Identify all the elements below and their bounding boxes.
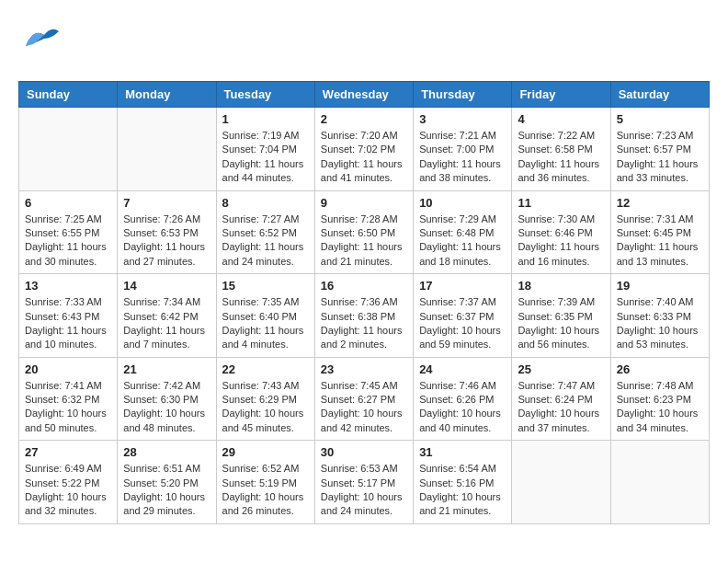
calendar-cell: 25Sunrise: 7:47 AM Sunset: 6:24 PM Dayli…: [512, 357, 610, 441]
cell-content: Sunrise: 7:25 AM Sunset: 6:55 PM Dayligh…: [25, 213, 111, 270]
weekday-header-saturday: Saturday: [610, 82, 709, 108]
calendar-cell: 2Sunrise: 7:20 AM Sunset: 7:02 PM Daylig…: [314, 108, 413, 191]
cell-content: Sunrise: 7:19 AM Sunset: 7:04 PM Dayligh…: [222, 129, 309, 186]
calendar-cell: 26Sunrise: 7:48 AM Sunset: 6:23 PM Dayli…: [610, 357, 709, 441]
calendar-cell: 19Sunrise: 7:40 AM Sunset: 6:33 PM Dayli…: [610, 274, 709, 358]
cell-content: Sunrise: 7:46 AM Sunset: 6:26 PM Dayligh…: [419, 379, 506, 436]
day-number: 2: [321, 112, 407, 126]
cell-content: Sunrise: 7:33 AM Sunset: 6:43 PM Dayligh…: [25, 295, 111, 352]
day-number: 28: [123, 445, 210, 459]
day-number: 3: [419, 112, 506, 126]
logo-icon: [18, 18, 63, 66]
cell-content: Sunrise: 7:30 AM Sunset: 6:46 PM Dayligh…: [518, 213, 604, 270]
cell-content: Sunrise: 7:48 AM Sunset: 6:23 PM Dayligh…: [617, 379, 703, 436]
calendar-cell: [512, 441, 610, 524]
cell-content: Sunrise: 6:54 AM Sunset: 5:16 PM Dayligh…: [419, 462, 506, 519]
day-number: 18: [518, 279, 604, 293]
calendar-cell: 23Sunrise: 7:45 AM Sunset: 6:27 PM Dayli…: [314, 357, 413, 441]
cell-content: Sunrise: 7:39 AM Sunset: 6:35 PM Dayligh…: [518, 295, 604, 352]
calendar-cell: 8Sunrise: 7:27 AM Sunset: 6:52 PM Daylig…: [216, 190, 314, 274]
cell-content: Sunrise: 7:31 AM Sunset: 6:45 PM Dayligh…: [617, 213, 703, 270]
calendar-cell: 31Sunrise: 6:54 AM Sunset: 5:16 PM Dayli…: [414, 441, 512, 524]
calendar-cell: 28Sunrise: 6:51 AM Sunset: 5:20 PM Dayli…: [118, 441, 216, 524]
calendar-cell: [610, 441, 709, 524]
calendar-week-2: 6Sunrise: 7:25 AM Sunset: 6:55 PM Daylig…: [19, 190, 710, 274]
weekday-header-sunday: Sunday: [19, 82, 118, 108]
cell-content: Sunrise: 6:49 AM Sunset: 5:22 PM Dayligh…: [25, 462, 111, 519]
cell-content: Sunrise: 7:20 AM Sunset: 7:02 PM Dayligh…: [321, 129, 407, 186]
weekday-header-tuesday: Tuesday: [216, 82, 314, 108]
cell-content: Sunrise: 7:29 AM Sunset: 6:48 PM Dayligh…: [419, 213, 506, 270]
cell-content: Sunrise: 7:35 AM Sunset: 6:40 PM Dayligh…: [222, 295, 309, 352]
weekday-header-thursday: Thursday: [414, 82, 512, 108]
calendar-cell: 30Sunrise: 6:53 AM Sunset: 5:17 PM Dayli…: [314, 441, 413, 524]
calendar-cell: 11Sunrise: 7:30 AM Sunset: 6:46 PM Dayli…: [512, 190, 610, 274]
calendar-week-5: 27Sunrise: 6:49 AM Sunset: 5:22 PM Dayli…: [19, 441, 710, 524]
calendar-week-3: 13Sunrise: 7:33 AM Sunset: 6:43 PM Dayli…: [19, 274, 710, 358]
day-number: 12: [617, 196, 703, 210]
calendar-cell: 27Sunrise: 6:49 AM Sunset: 5:22 PM Dayli…: [19, 441, 118, 524]
day-number: 13: [25, 279, 111, 293]
cell-content: Sunrise: 6:51 AM Sunset: 5:20 PM Dayligh…: [123, 462, 210, 519]
calendar-cell: [118, 108, 216, 191]
day-number: 10: [419, 196, 506, 210]
calendar-cell: 15Sunrise: 7:35 AM Sunset: 6:40 PM Dayli…: [216, 274, 314, 358]
day-number: 24: [419, 362, 506, 376]
cell-content: Sunrise: 7:36 AM Sunset: 6:38 PM Dayligh…: [321, 295, 407, 352]
day-number: 16: [321, 279, 407, 293]
calendar-cell: 20Sunrise: 7:41 AM Sunset: 6:32 PM Dayli…: [19, 357, 118, 441]
day-number: 27: [25, 445, 111, 459]
page-header: [18, 18, 710, 66]
day-number: 7: [123, 196, 210, 210]
day-number: 31: [419, 445, 506, 459]
calendar-cell: 12Sunrise: 7:31 AM Sunset: 6:45 PM Dayli…: [610, 190, 709, 274]
day-number: 30: [321, 445, 407, 459]
day-number: 14: [123, 279, 210, 293]
day-number: 29: [222, 445, 309, 459]
calendar-cell: 10Sunrise: 7:29 AM Sunset: 6:48 PM Dayli…: [414, 190, 512, 274]
cell-content: Sunrise: 7:28 AM Sunset: 6:50 PM Dayligh…: [321, 213, 407, 270]
day-number: 26: [617, 362, 703, 376]
cell-content: Sunrise: 7:43 AM Sunset: 6:29 PM Dayligh…: [222, 379, 309, 436]
weekday-header-monday: Monday: [118, 82, 216, 108]
calendar-cell: 24Sunrise: 7:46 AM Sunset: 6:26 PM Dayli…: [414, 357, 512, 441]
calendar-body: 1Sunrise: 7:19 AM Sunset: 7:04 PM Daylig…: [19, 108, 710, 524]
calendar-cell: 6Sunrise: 7:25 AM Sunset: 6:55 PM Daylig…: [19, 190, 118, 274]
day-number: 25: [518, 362, 604, 376]
calendar-cell: 22Sunrise: 7:43 AM Sunset: 6:29 PM Dayli…: [216, 357, 314, 441]
day-number: 20: [25, 362, 111, 376]
weekday-header-wednesday: Wednesday: [314, 82, 413, 108]
cell-content: Sunrise: 7:22 AM Sunset: 6:58 PM Dayligh…: [518, 129, 604, 186]
day-number: 5: [617, 112, 703, 126]
calendar-cell: 17Sunrise: 7:37 AM Sunset: 6:37 PM Dayli…: [414, 274, 512, 358]
cell-content: Sunrise: 7:26 AM Sunset: 6:53 PM Dayligh…: [123, 213, 210, 270]
calendar-cell: [19, 108, 118, 191]
day-number: 22: [222, 362, 309, 376]
day-number: 4: [518, 112, 604, 126]
calendar-cell: 1Sunrise: 7:19 AM Sunset: 7:04 PM Daylig…: [216, 108, 314, 191]
cell-content: Sunrise: 6:53 AM Sunset: 5:17 PM Dayligh…: [321, 462, 407, 519]
calendar-table: SundayMondayTuesdayWednesdayThursdayFrid…: [18, 81, 710, 524]
calendar-cell: 5Sunrise: 7:23 AM Sunset: 6:57 PM Daylig…: [610, 108, 709, 191]
cell-content: Sunrise: 7:40 AM Sunset: 6:33 PM Dayligh…: [617, 295, 703, 352]
cell-content: Sunrise: 7:37 AM Sunset: 6:37 PM Dayligh…: [419, 295, 506, 352]
calendar-header: SundayMondayTuesdayWednesdayThursdayFrid…: [19, 82, 710, 108]
calendar-week-1: 1Sunrise: 7:19 AM Sunset: 7:04 PM Daylig…: [19, 108, 710, 191]
day-number: 9: [321, 196, 407, 210]
calendar-cell: 14Sunrise: 7:34 AM Sunset: 6:42 PM Dayli…: [118, 274, 216, 358]
cell-content: Sunrise: 7:41 AM Sunset: 6:32 PM Dayligh…: [25, 379, 111, 436]
cell-content: Sunrise: 7:34 AM Sunset: 6:42 PM Dayligh…: [123, 295, 210, 352]
calendar-cell: 13Sunrise: 7:33 AM Sunset: 6:43 PM Dayli…: [19, 274, 118, 358]
cell-content: Sunrise: 7:47 AM Sunset: 6:24 PM Dayligh…: [518, 379, 604, 436]
cell-content: Sunrise: 7:23 AM Sunset: 6:57 PM Dayligh…: [617, 129, 703, 186]
cell-content: Sunrise: 7:27 AM Sunset: 6:52 PM Dayligh…: [222, 213, 309, 270]
logo: [18, 18, 66, 66]
calendar-cell: 18Sunrise: 7:39 AM Sunset: 6:35 PM Dayli…: [512, 274, 610, 358]
calendar-cell: 9Sunrise: 7:28 AM Sunset: 6:50 PM Daylig…: [314, 190, 413, 274]
calendar-cell: 29Sunrise: 6:52 AM Sunset: 5:19 PM Dayli…: [216, 441, 314, 524]
calendar-cell: 3Sunrise: 7:21 AM Sunset: 7:00 PM Daylig…: [414, 108, 512, 191]
day-number: 6: [25, 196, 111, 210]
day-number: 11: [518, 196, 604, 210]
day-number: 8: [222, 196, 309, 210]
day-number: 21: [123, 362, 210, 376]
